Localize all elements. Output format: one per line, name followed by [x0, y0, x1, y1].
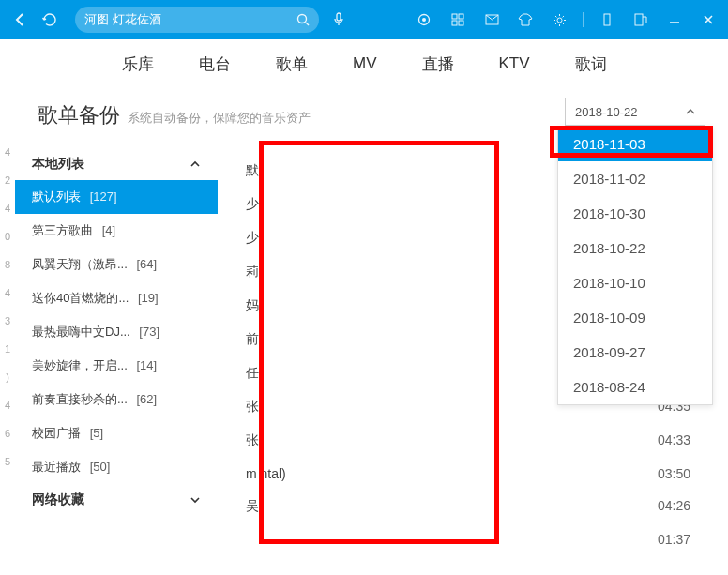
song-row[interactable]: 张04:33 — [218, 424, 728, 458]
search-box[interactable] — [75, 7, 319, 33]
mail-icon[interactable] — [481, 9, 502, 30]
title-bar — [0, 0, 728, 39]
date-select-value: 2018-10-22 — [575, 105, 638, 119]
gutter-mark: 5 — [5, 456, 10, 467]
date-option[interactable]: 2018-10-10 — [558, 265, 712, 300]
date-option[interactable]: 2018-11-02 — [558, 161, 712, 196]
svg-rect-1 — [337, 13, 341, 21]
svg-point-3 — [422, 18, 426, 22]
gutter-mark: 3 — [5, 315, 10, 326]
mini-mode-icon[interactable] — [597, 9, 617, 30]
nav-playlist[interactable]: 歌单 — [276, 53, 308, 75]
nav-lyrics[interactable]: 歌词 — [575, 53, 607, 75]
nav-library[interactable]: 乐库 — [122, 53, 154, 75]
gutter-mark: 2 — [5, 174, 10, 186]
record-icon[interactable] — [414, 9, 434, 30]
main-nav: 乐库 电台 歌单 MV 直播 KTV 歌词 — [0, 39, 728, 88]
sidebar-group-label: 本地列表 — [32, 156, 84, 173]
song-name — [246, 532, 644, 547]
date-select[interactable]: 2018-10-22 — [565, 98, 705, 126]
gutter-mark: ) — [6, 371, 9, 383]
sidebar-item-label: 凤翼天翔（激昂... [64] — [32, 256, 157, 273]
svg-rect-10 — [604, 14, 610, 25]
svg-rect-6 — [452, 21, 457, 25]
date-option[interactable]: 2018-08-24 — [558, 370, 712, 404]
gutter-mark: 6 — [5, 428, 10, 439]
ruler-gutter: 42408431)465 — [0, 141, 15, 555]
chevron-down-icon — [190, 496, 201, 504]
gutter-mark: 4 — [5, 203, 10, 214]
svg-rect-4 — [452, 14, 457, 19]
nav-mv[interactable]: MV — [353, 54, 377, 73]
song-row[interactable]: 01:37 — [218, 523, 728, 555]
nav-live[interactable]: 直播 — [422, 53, 454, 75]
sidebar-item[interactable]: 最热最嗨中文DJ... [73] — [15, 315, 218, 349]
song-duration: 01:37 — [644, 532, 690, 547]
page-title: 歌单备份 — [38, 101, 120, 129]
nav-ktv[interactable]: KTV — [499, 54, 530, 73]
close-icon[interactable] — [698, 9, 719, 30]
nav-radio[interactable]: 电台 — [199, 53, 231, 75]
sidebar-item[interactable]: 默认列表 [127] — [15, 180, 218, 214]
sidebar-item[interactable]: 第三方歌曲 [4] — [15, 214, 218, 248]
search-input[interactable] — [84, 13, 296, 27]
back-button[interactable] — [9, 9, 30, 30]
svg-rect-11 — [635, 14, 643, 25]
gutter-mark: 1 — [5, 343, 10, 355]
sidebar-item-label: 前奏直接秒杀的... [62] — [32, 391, 157, 408]
date-option[interactable]: 2018-09-27 — [558, 335, 712, 370]
svg-rect-7 — [459, 21, 463, 25]
apps-icon[interactable] — [447, 9, 468, 30]
date-dropdown: 2018-11-032018-11-022018-10-302018-10-22… — [557, 126, 713, 405]
refresh-button[interactable] — [39, 9, 60, 30]
song-name: m ntal) — [246, 466, 644, 481]
sidebar-group-label: 网络收藏 — [32, 492, 84, 508]
gutter-mark: 8 — [5, 259, 10, 270]
sidebar-item-label: 最近播放 [50] — [32, 459, 110, 476]
gutter-mark: 4 — [5, 400, 10, 411]
sidebar-item-label: 默认列表 [127] — [32, 189, 117, 205]
sidebar-group-local[interactable]: 本地列表 — [15, 148, 218, 180]
chevron-up-icon — [190, 160, 201, 168]
sidebar-item[interactable]: 校园广播 [5] — [15, 416, 218, 450]
svg-rect-5 — [459, 14, 463, 19]
song-duration: 03:50 — [644, 466, 690, 481]
sidebar-item-label: 校园广播 [5] — [32, 425, 103, 442]
sidebar-item-label: 第三方歌曲 [4] — [32, 222, 115, 239]
sidebar-item-label: 最热最嗨中文DJ... [73] — [32, 324, 159, 340]
sidebar-item-label: 美妙旋律，开启... [14] — [32, 357, 157, 374]
page-subtitle: 系统自动备份，保障您的音乐资产 — [128, 110, 311, 127]
search-icon[interactable] — [296, 13, 310, 26]
gutter-mark: 4 — [5, 146, 10, 158]
song-name: 吴 — [246, 498, 644, 515]
skin-icon[interactable] — [515, 9, 536, 30]
song-row[interactable]: 吴04:26 — [218, 490, 728, 523]
date-option[interactable]: 2018-10-30 — [558, 196, 712, 231]
chevron-up-icon — [686, 109, 695, 114]
settings-icon[interactable] — [549, 9, 569, 30]
sidebar-item[interactable]: 最近播放 [50] — [15, 450, 218, 484]
date-option[interactable]: 2018-10-22 — [558, 231, 712, 265]
gutter-mark: 0 — [5, 231, 10, 242]
sidebar-group-network[interactable]: 网络收藏 — [15, 484, 218, 516]
song-duration: 04:33 — [644, 432, 690, 449]
sidebar-item[interactable]: 送你40首燃烧的... [19] — [15, 281, 218, 315]
sidebar-item[interactable]: 美妙旋律，开启... [14] — [15, 349, 218, 383]
song-name: 张 — [246, 432, 644, 449]
lyric-mode-icon[interactable] — [630, 9, 651, 30]
voice-search-icon[interactable] — [328, 9, 349, 30]
minimize-icon[interactable] — [664, 9, 685, 30]
sidebar-item[interactable]: 前奏直接秒杀的... [62] — [15, 383, 218, 416]
sidebar-item-label: 送你40首燃烧的... [19] — [32, 290, 159, 307]
sidebar: 本地列表 默认列表 [127]第三方歌曲 [4]凤翼天翔（激昂... [64]送… — [15, 141, 218, 555]
separator — [583, 12, 584, 27]
svg-point-9 — [557, 18, 562, 23]
date-option[interactable]: 2018-11-03 — [558, 127, 712, 161]
sidebar-item[interactable]: 凤翼天翔（激昂... [64] — [15, 248, 218, 281]
gutter-mark: 4 — [5, 287, 10, 298]
song-duration: 04:26 — [644, 498, 690, 515]
date-option[interactable]: 2018-10-09 — [558, 300, 712, 335]
svg-point-0 — [298, 15, 307, 23]
song-row[interactable]: m ntal)03:50 — [218, 458, 728, 490]
